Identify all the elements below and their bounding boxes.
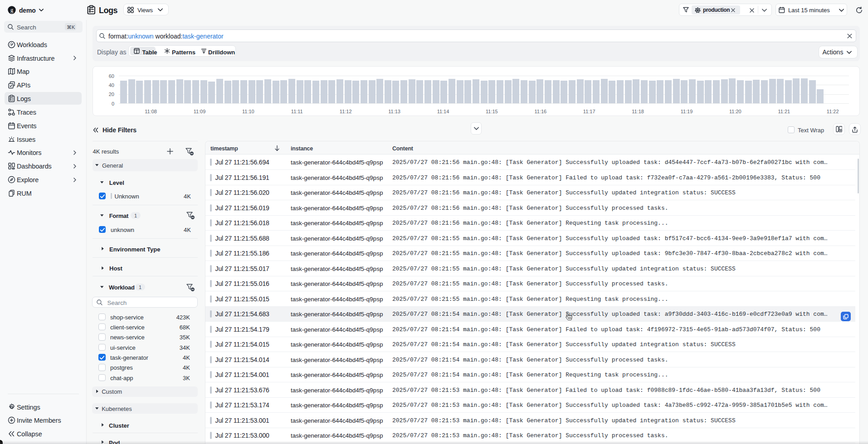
svg-text:g: g: [10, 7, 14, 13]
